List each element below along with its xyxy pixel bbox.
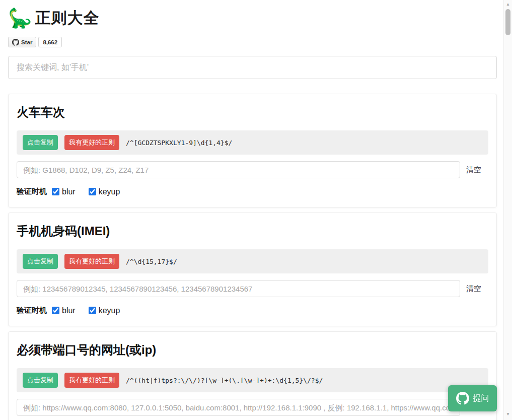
test-input-row: 清空 (17, 399, 488, 416)
ask-question-floating-button[interactable]: 提问 (448, 385, 497, 411)
test-input-row: 清空 (17, 280, 488, 297)
scroll-down-arrow-icon[interactable]: ▼ (504, 411, 512, 418)
regex-pattern: /^((ht|f)tps?:\/\/)?[\w-]+(\.[\w-]+)+:\d… (126, 377, 323, 384)
keyup-checkbox[interactable] (89, 188, 96, 195)
card-title: 必须带端口号的网址(或ip) (17, 342, 488, 358)
github-star-count[interactable]: 8,662 (38, 37, 62, 47)
dinosaur-logo-icon: 🦕 (8, 7, 32, 29)
regex-row: 点击复制 我有更好的正则 /^[GCDZTSPKXLY1-9]\d{1,4}$/ (17, 130, 488, 155)
keyup-checkbox-label[interactable]: keyup (89, 306, 120, 315)
copy-button[interactable]: 点击复制 (23, 254, 58, 269)
keyup-checkbox[interactable] (89, 307, 96, 314)
clear-link[interactable]: 清空 (466, 284, 488, 294)
keyup-checkbox-label[interactable]: keyup (89, 187, 120, 196)
blur-checkbox-label[interactable]: blur (52, 306, 76, 315)
validation-timing-row: 验证时机 blur keyup (17, 187, 488, 196)
page-container: 🦕 正则大全 Star 8,662 火车车次 点击复制 我有更好的正则 /^[G… (8, 7, 497, 420)
ask-button-label: 提问 (473, 393, 489, 404)
github-octocat-icon (12, 39, 19, 46)
blur-checkbox-label[interactable]: blur (52, 187, 76, 196)
search-input[interactable] (8, 56, 497, 79)
regex-card-url-with-port: 必须带端口号的网址(或ip) 点击复制 我有更好的正则 /^((ht|f)tps… (8, 331, 497, 420)
scrollbar-track[interactable]: ▲ ▼ (503, 0, 512, 420)
better-regex-button[interactable]: 我有更好的正则 (64, 254, 119, 269)
regex-card-imei: 手机机身码(IMEI) 点击复制 我有更好的正则 /^\d{15,17}$/ 清… (8, 213, 497, 326)
validation-timing-row: 验证时机 blur keyup (17, 306, 488, 315)
timing-label: 验证时机 (17, 306, 47, 315)
github-star-widget: Star 8,662 (8, 37, 497, 47)
better-regex-button[interactable]: 我有更好的正则 (64, 373, 119, 388)
github-star-button[interactable]: Star (8, 37, 36, 47)
regex-pattern: /^[GCDZTSPKXLY1-9]\d{1,4}$/ (126, 139, 232, 147)
test-input[interactable] (17, 399, 460, 416)
card-title: 手机机身码(IMEI) (17, 224, 488, 239)
keyup-checkbox-text: keyup (99, 306, 120, 315)
regex-row: 点击复制 我有更好的正则 /^\d{15,17}$/ (17, 249, 488, 273)
github-octocat-icon (456, 392, 469, 405)
regex-row: 点击复制 我有更好的正则 /^((ht|f)tps?:\/\/)?[\w-]+(… (17, 368, 488, 392)
card-title: 火车车次 (17, 105, 488, 120)
timing-label: 验证时机 (17, 187, 47, 196)
blur-checkbox[interactable] (52, 188, 59, 195)
test-input-row: 清空 (17, 161, 488, 178)
test-input[interactable] (17, 161, 460, 178)
app-header: 🦕 正则大全 (8, 7, 497, 29)
copy-button[interactable]: 点击复制 (23, 135, 58, 150)
blur-checkbox-text: blur (62, 306, 76, 315)
regex-pattern: /^\d{15,17}$/ (126, 258, 177, 265)
blur-checkbox[interactable] (52, 307, 59, 314)
blur-checkbox-text: blur (62, 187, 76, 196)
page-title: 正则大全 (35, 8, 99, 29)
clear-link[interactable]: 清空 (466, 165, 488, 175)
star-button-label: Star (21, 39, 32, 45)
better-regex-button[interactable]: 我有更好的正则 (64, 135, 119, 150)
regex-card-train-number: 火车车次 点击复制 我有更好的正则 /^[GCDZTSPKXLY1-9]\d{1… (8, 94, 497, 207)
scrollbar-thumb[interactable] (505, 9, 510, 35)
copy-button[interactable]: 点击复制 (23, 373, 58, 388)
keyup-checkbox-text: keyup (99, 187, 120, 196)
scroll-up-arrow-icon[interactable]: ▲ (504, 1, 512, 8)
test-input[interactable] (17, 280, 460, 297)
